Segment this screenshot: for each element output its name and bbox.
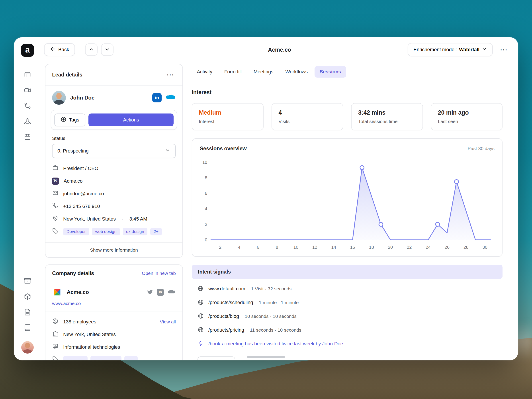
- svg-text:20: 20: [388, 245, 393, 250]
- intent-row[interactable]: /products/pricing 11 seconds · 10 second…: [192, 323, 502, 337]
- briefcase-icon: [52, 165, 58, 172]
- tab-sessions[interactable]: Sessions: [315, 66, 346, 78]
- company-card-header: Company details Open in new tab: [45, 265, 183, 282]
- sessions-overview-card: Sessions overview Past 30 days 024681024…: [192, 138, 502, 257]
- show-more-button[interactable]: Show more: [197, 356, 235, 360]
- sidebar-item-archive[interactable]: [22, 276, 33, 287]
- right-column: Activity Form fill Meetings Workflows Se…: [192, 64, 502, 360]
- intent-row[interactable]: /products/blog 10 seconds · 10 seconds: [192, 310, 502, 323]
- company-card-title: Company details: [52, 270, 94, 276]
- sidebar-item-book[interactable]: [22, 323, 33, 334]
- enrichment-label: Enrichement model:: [413, 47, 457, 52]
- intent-highlight-row[interactable]: /book-a-meeting has been visited twice l…: [192, 337, 502, 351]
- lead-badges: in: [152, 93, 176, 102]
- chevron-down-icon: [482, 46, 487, 53]
- enrichment-model-dropdown[interactable]: Enrichement model: Waterfall: [408, 43, 493, 56]
- tags-button[interactable]: Tags: [54, 114, 85, 126]
- stat-label-session-time: Total sessions time: [358, 119, 416, 124]
- svg-text:28: 28: [463, 245, 468, 250]
- intent-row[interactable]: /products/scheduling 1 minute · 1 minute: [192, 296, 502, 310]
- sidebar-item-cube[interactable]: [22, 291, 33, 303]
- tag-chip[interactable]: Developer: [63, 228, 89, 235]
- company-website-link[interactable]: www.acme.co: [52, 301, 81, 306]
- lead-phone[interactable]: +12 345 678 910: [63, 203, 100, 209]
- arrow-left-icon: [50, 46, 56, 53]
- svg-text:30: 30: [482, 245, 487, 250]
- intent-highlight-text: /book-a-meeting has been visited twice l…: [208, 341, 343, 347]
- horizontal-scrollbar[interactable]: [247, 356, 285, 358]
- user-avatar[interactable]: [21, 341, 34, 354]
- stat-label-interest: Interest: [199, 119, 256, 124]
- company-tag-chips: [63, 356, 138, 361]
- linkedin-gray-icon[interactable]: in: [157, 289, 164, 296]
- lead-email[interactable]: johndoe@acme.co: [63, 191, 104, 197]
- book-icon: [24, 324, 31, 332]
- tag-chip[interactable]: web design: [92, 228, 120, 235]
- sidebar-item-network[interactable]: [22, 116, 33, 127]
- interest-stats: Medium Interest 4 Visits 3:42 mins Total…: [192, 103, 502, 130]
- lead-actions-box: Tags Actions: [51, 110, 177, 130]
- intent-detail: 11 seconds · 10 seconds: [250, 327, 301, 333]
- company-location: New York, United States: [63, 332, 116, 337]
- topbar-divider: [80, 45, 80, 54]
- svg-text:2: 2: [205, 222, 207, 227]
- tag-icon: [52, 356, 58, 360]
- salesforce-icon[interactable]: [165, 94, 176, 101]
- open-in-new-tab-link[interactable]: Open in new tab: [142, 271, 176, 276]
- enrichment-value: Waterfall: [459, 47, 480, 52]
- lead-details-card: Lead details ⋯ John Doe in: [45, 64, 183, 258]
- lead-role-row: President / CEO: [52, 162, 176, 175]
- sidebar-item-video[interactable]: [22, 85, 33, 96]
- svg-text:22: 22: [407, 245, 412, 250]
- svg-text:8: 8: [205, 175, 207, 180]
- lead-card-header: Lead details ⋯: [45, 64, 183, 86]
- intent-row[interactable]: www.default.com 1 Visit · 32 seconds: [192, 282, 502, 296]
- status-select[interactable]: 0. Prospecting: [52, 144, 176, 158]
- stat-label-last-seen: Last seen: [438, 119, 496, 124]
- stat-card-visits: 4 Visits: [272, 103, 343, 130]
- topbar: Back Acme.co Enrichement model: Waterfal…: [41, 37, 518, 62]
- tab-workflows[interactable]: Workflows: [280, 66, 313, 78]
- svg-text:4: 4: [205, 206, 207, 211]
- lead-more-button[interactable]: ⋯: [165, 70, 176, 80]
- show-more-information-button[interactable]: Show more information: [45, 242, 183, 257]
- tag-chip[interactable]: ux design: [123, 228, 147, 235]
- lead-role: President / CEO: [63, 165, 98, 171]
- back-button[interactable]: Back: [44, 43, 75, 56]
- company-logo-icon: [52, 287, 62, 297]
- sidebar-item-table[interactable]: [22, 70, 33, 81]
- sidebar-item-calendar[interactable]: [22, 132, 33, 143]
- svg-text:6: 6: [205, 191, 207, 196]
- lead-card-title: Lead details: [52, 72, 82, 78]
- tag-chip-more[interactable]: 2+: [150, 228, 162, 235]
- more-options-button[interactable]: ⋯: [499, 44, 509, 55]
- sidebar: a: [14, 37, 41, 360]
- company-socials: in: [147, 289, 176, 296]
- archive-box-icon: [24, 277, 31, 286]
- intent-signals-rows: www.default.com 1 Visit · 32 seconds /pr…: [192, 279, 502, 351]
- tab-meetings[interactable]: Meetings: [248, 66, 279, 78]
- left-column: Lead details ⋯ John Doe in: [45, 64, 183, 360]
- content: Lead details ⋯ John Doe in: [41, 62, 518, 360]
- previous-record-button[interactable]: [85, 44, 98, 56]
- sidebar-item-workflow[interactable]: [22, 101, 33, 112]
- lightning-bolt-icon: [197, 340, 208, 348]
- location-separator: ·: [122, 216, 123, 222]
- lead-company-row: W Acme.co: [52, 175, 176, 187]
- tab-form-fill[interactable]: Form fill: [219, 66, 247, 78]
- building-icon: [52, 330, 58, 338]
- tab-activity[interactable]: Activity: [192, 66, 217, 78]
- table-icon: [24, 71, 31, 79]
- intent-signals-section: Intent signals www.default.com 1 Visit ·…: [192, 265, 502, 360]
- stat-value-interest: Medium: [199, 109, 256, 116]
- view-all-link[interactable]: View all: [160, 319, 176, 324]
- sidebar-item-document[interactable]: [22, 307, 33, 318]
- app-logo[interactable]: a: [21, 44, 34, 57]
- actions-button[interactable]: Actions: [89, 114, 174, 126]
- lead-detail-list: President / CEO W Acme.co johndoe@acme.c…: [45, 158, 183, 238]
- intent-page: /products/scheduling: [208, 300, 253, 305]
- twitter-icon[interactable]: [147, 289, 153, 296]
- linkedin-icon[interactable]: in: [152, 93, 162, 102]
- next-record-button[interactable]: [101, 44, 114, 56]
- salesforce-gray-icon[interactable]: [167, 289, 176, 295]
